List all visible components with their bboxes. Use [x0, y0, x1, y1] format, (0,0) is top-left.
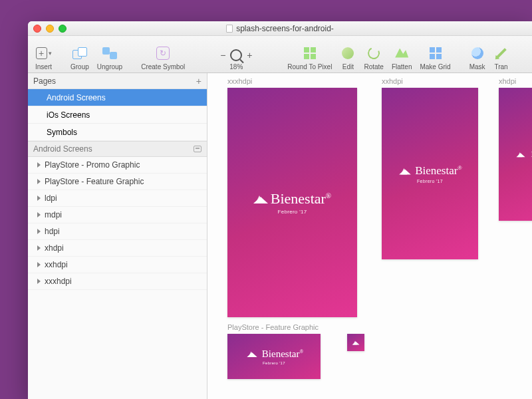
artboard-xxxhdpi[interactable]: Bienestar® Febrero '17: [227, 88, 357, 317]
artboard-label[interactable]: xhdpi: [499, 77, 516, 85]
artboard-feature-graphic[interactable]: Bienestar® Febrero '17: [227, 334, 321, 379]
zoom-out-button[interactable]: −: [218, 50, 227, 61]
edit-icon: [342, 47, 354, 59]
symbol-icon: ↻: [156, 47, 170, 60]
minimize-window-button[interactable]: [46, 25, 54, 33]
canvas[interactable]: xxxhdpi Bienestar® Febrero '17 xxhdpi Bi…: [207, 73, 532, 399]
artboard-small[interactable]: [347, 334, 364, 351]
disclosure-icon: [37, 196, 41, 201]
artboard-label[interactable]: PlayStore - Feature Graphic: [227, 323, 319, 331]
artboard-xhdpi[interactable]: Bienestar: [499, 88, 532, 221]
ungroup-icon: [102, 47, 117, 59]
zoom-window-button[interactable]: [59, 25, 66, 33]
layer-item[interactable]: mdpi: [28, 207, 207, 223]
collapse-icon[interactable]: [194, 146, 201, 152]
disclosure-icon: [37, 179, 41, 184]
document-icon: [226, 25, 233, 33]
round-to-pixel-button[interactable]: Round To Pixel: [284, 39, 335, 70]
pages-header: Pages +: [28, 73, 207, 89]
page-item-symbols[interactable]: Symbols: [28, 124, 207, 141]
mask-button[interactable]: Mask: [466, 39, 489, 70]
insert-icon: +: [36, 47, 47, 59]
close-window-button[interactable]: [33, 25, 41, 33]
brand-logo-icon: [399, 167, 411, 174]
make-grid-icon: [430, 47, 442, 59]
group-icon: [72, 47, 87, 59]
zoom-value: 18%: [229, 63, 243, 70]
group-button[interactable]: Group: [67, 39, 92, 70]
magnifier-icon: [230, 49, 242, 61]
brand-logo-icon: [517, 152, 525, 157]
pixel-grid-icon: [304, 47, 316, 59]
brand-logo-icon: [253, 194, 268, 203]
disclosure-icon: [37, 245, 41, 251]
make-grid-button[interactable]: Make Grid: [416, 39, 454, 70]
layer-item[interactable]: hdpi: [28, 223, 207, 240]
transform-button[interactable]: Tran: [490, 39, 513, 70]
edit-button[interactable]: Edit: [336, 39, 359, 70]
brand-logo-icon: [352, 340, 360, 345]
toolbar: +▾ Insert Group Ungroup ↻ Create Symbol …: [28, 36, 532, 73]
zoom-in-button[interactable]: +: [245, 50, 254, 61]
page-item-android[interactable]: Android Screens: [28, 89, 207, 106]
artboard-label[interactable]: xxxhdpi: [227, 77, 252, 85]
mask-icon: [471, 47, 483, 59]
add-page-button[interactable]: +: [196, 76, 201, 86]
disclosure-icon: [37, 279, 41, 284]
layer-item[interactable]: xhdpi: [28, 240, 207, 257]
window-controls: [33, 25, 66, 33]
brand-logo-icon: [247, 350, 257, 357]
zoom-control: − + 18%: [211, 39, 261, 70]
page-item-ios[interactable]: iOs Screens: [28, 106, 207, 124]
flatten-icon: [395, 49, 408, 58]
disclosure-icon: [37, 212, 41, 217]
layer-item[interactable]: PlayStore - Feature Graphic: [28, 174, 207, 190]
titlebar: splash-screens-for-android-: [28, 21, 532, 36]
window-title: splash-screens-for-android-: [236, 24, 334, 33]
disclosure-icon: [37, 162, 41, 168]
layer-item[interactable]: xxhdpi: [28, 257, 207, 273]
artboard-label[interactable]: xxhdpi: [382, 77, 403, 85]
layers-section-header: Android Screens: [28, 141, 207, 157]
layer-item[interactable]: xxxhdpi: [28, 273, 207, 290]
transform-icon: [496, 48, 507, 59]
rotate-button[interactable]: Rotate: [360, 39, 386, 70]
app-window: splash-screens-for-android- +▾ Insert Gr…: [28, 21, 532, 399]
ungroup-button[interactable]: Ungroup: [94, 39, 126, 70]
layer-item[interactable]: PlayStore - Promo Graphic: [28, 157, 207, 174]
artboard-xxhdpi[interactable]: Bienestar® Febrero '17: [382, 88, 478, 259]
rotate-icon: [366, 45, 382, 61]
insert-button[interactable]: +▾ Insert: [32, 39, 55, 70]
disclosure-icon: [37, 229, 41, 234]
create-symbol-button[interactable]: ↻ Create Symbol: [138, 39, 188, 70]
flatten-button[interactable]: Flatten: [388, 39, 416, 70]
sidebar: Pages + Android Screens iOs Screens Symb…: [28, 73, 207, 399]
layer-item[interactable]: ldpi: [28, 190, 207, 207]
disclosure-icon: [37, 262, 41, 267]
